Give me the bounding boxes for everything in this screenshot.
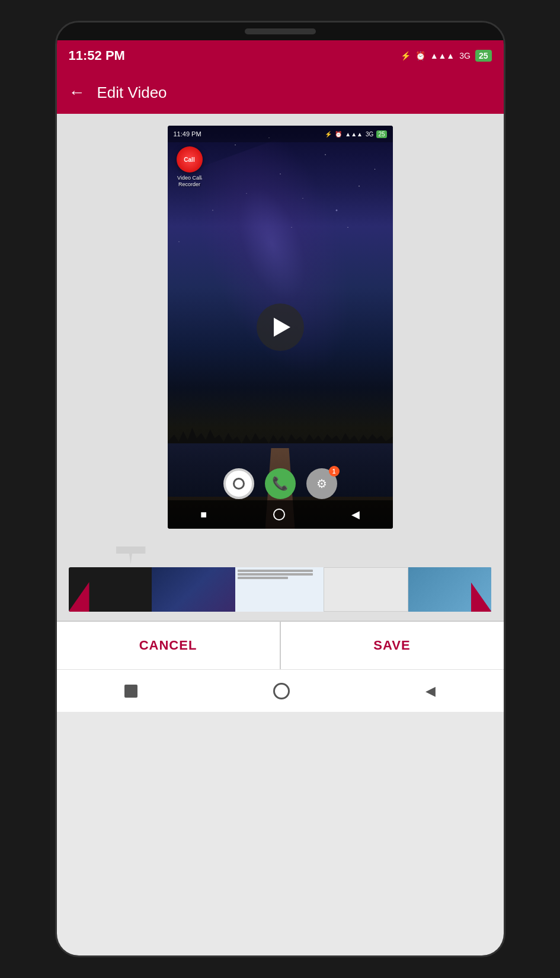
- alarm-icon: ⏰: [415, 51, 425, 60]
- trim-pointer-container: [69, 546, 492, 564]
- stop-button[interactable]: [124, 685, 137, 698]
- screen-line-3: [238, 577, 287, 579]
- trim-pointer-shape: [116, 546, 146, 564]
- back-button[interactable]: ←: [69, 83, 85, 102]
- status-icons: ⚡ ⏰ ▲▲▲ 3G 25: [401, 50, 492, 62]
- network-type: 3G: [459, 51, 471, 60]
- settings-icon: ⚙: [316, 477, 327, 491]
- video-section: 11:49 PM ⚡ ⏰ ▲▲▲ 3G 25 Call: [57, 114, 504, 541]
- filmstrip-frame-2: [152, 567, 235, 612]
- main-content: 11:49 PM ⚡ ⏰ ▲▲▲ 3G 25 Call: [57, 114, 504, 955]
- home-button[interactable]: [273, 683, 290, 699]
- app-icon-overlay: Call Video CallRecorder: [177, 146, 203, 188]
- inner-stop-icon[interactable]: ■: [200, 509, 207, 521]
- play-triangle-icon: [274, 318, 290, 337]
- video-inner-status: 11:49 PM ⚡ ⏰ ▲▲▲ 3G 25: [168, 126, 393, 142]
- filmstrip[interactable]: [69, 567, 492, 612]
- save-button[interactable]: SAVE: [281, 622, 504, 669]
- app-icon-label: Call: [184, 156, 194, 163]
- video-inner-time: 11:49 PM: [174, 130, 201, 138]
- inner-alarm-icon: ⏰: [335, 131, 342, 138]
- cancel-button[interactable]: CANCEL: [57, 622, 281, 669]
- back-nav-button[interactable]: ◀: [425, 683, 436, 699]
- trim-section: [57, 541, 504, 621]
- battery-indicator: 25: [475, 50, 492, 62]
- status-time: 11:52 PM: [69, 48, 125, 63]
- inner-nav-bar: ■ ◀: [168, 500, 393, 529]
- signal-bars: ▲▲▲: [430, 51, 455, 60]
- action-buttons: CANCEL SAVE: [57, 621, 504, 669]
- toolbar: ← Edit Video: [57, 71, 504, 114]
- settings-fab[interactable]: ⚙ 1: [306, 468, 337, 499]
- camera-icon: [233, 478, 245, 490]
- screen-line-2: [238, 573, 313, 576]
- notch-bar: [245, 28, 316, 34]
- phone-notch: [57, 23, 504, 40]
- filmstrip-frame-4: [324, 567, 408, 612]
- video-preview[interactable]: 11:49 PM ⚡ ⏰ ▲▲▲ 3G 25 Call: [168, 126, 393, 529]
- bluetooth-icon: ⚡: [401, 51, 411, 60]
- inner-bluetooth-icon: ⚡: [325, 131, 332, 138]
- screen-line-1: [238, 570, 313, 572]
- toolbar-title: Edit Video: [97, 84, 167, 102]
- inner-home-icon[interactable]: [273, 509, 285, 520]
- settings-badge: 1: [329, 466, 340, 477]
- phone-icon: 📞: [272, 476, 288, 491]
- status-bar: 11:52 PM ⚡ ⏰ ▲▲▲ 3G 25: [57, 40, 504, 71]
- bottom-nav: ◀: [57, 669, 504, 712]
- camera-fab[interactable]: [223, 468, 254, 499]
- video-background: Call Video CallRecorder: [168, 126, 393, 529]
- fab-bar: 📞 ⚙ 1: [168, 468, 393, 499]
- video-inner-icons: ⚡ ⏰ ▲▲▲ 3G 25: [325, 130, 386, 138]
- play-button[interactable]: [257, 303, 304, 351]
- app-icon-subtext: Video CallRecorder: [177, 175, 201, 188]
- inner-battery: 25: [376, 130, 386, 138]
- inner-back-icon[interactable]: ◀: [351, 508, 360, 521]
- phone-fab[interactable]: 📞: [265, 468, 296, 499]
- inner-network: 3G: [366, 131, 373, 138]
- inner-signal: ▲▲▲: [345, 131, 363, 138]
- app-icon-circle: Call: [177, 146, 203, 172]
- phone-frame: 11:52 PM ⚡ ⏰ ▲▲▲ 3G 25 ← Edit Video 11:4…: [55, 21, 505, 957]
- filmstrip-frame-3: [235, 567, 324, 612]
